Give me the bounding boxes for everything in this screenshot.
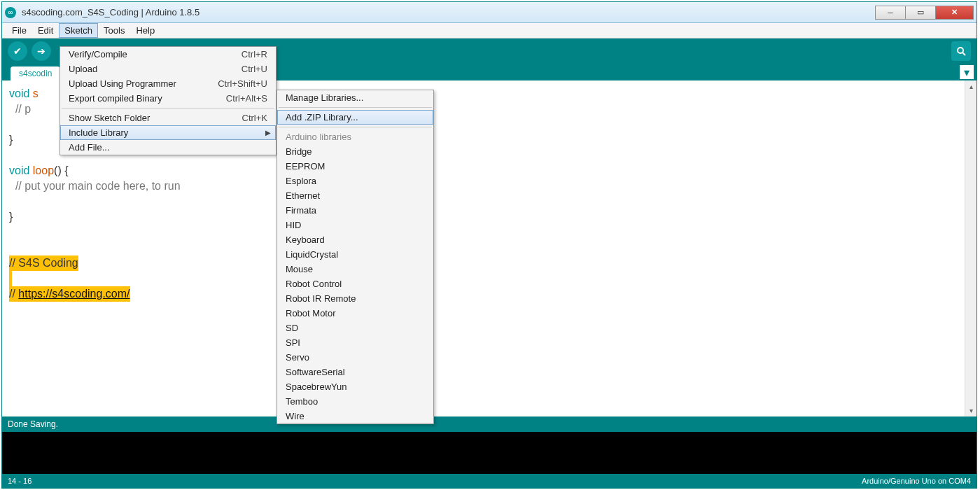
menu-library-bridge[interactable]: Bridge	[277, 144, 433, 159]
menu-library-ethernet[interactable]: Ethernet	[277, 188, 433, 203]
svg-point-0	[958, 48, 963, 53]
titlebar: s4scoding.com_S4S_Coding | Arduino 1.8.5…	[2, 2, 976, 23]
serial-monitor-icon	[955, 46, 967, 57]
window-title: s4scoding.com_S4S_Coding | Arduino 1.8.5	[22, 7, 876, 18]
menu-verify-compile[interactable]: Verify/CompileCtrl+R	[60, 47, 276, 62]
menu-library-robot-control[interactable]: Robot Control	[277, 276, 433, 291]
maximize-button[interactable]: ▭	[905, 6, 936, 20]
menu-library-esplora[interactable]: Esplora	[277, 174, 433, 188]
verify-button[interactable]: ✔	[8, 41, 27, 61]
serial-monitor-button[interactable]	[951, 41, 971, 61]
menu-export-binary[interactable]: Export compiled BinaryCtrl+Alt+S	[60, 91, 276, 106]
menu-help[interactable]: Help	[130, 23, 160, 38]
arduino-icon	[5, 7, 16, 18]
code-highlight: // S4S Coding	[9, 255, 78, 271]
menu-library-liquidcrystal[interactable]: LiquidCrystal	[277, 247, 433, 262]
sketch-tab[interactable]: s4scodin	[10, 66, 60, 80]
code-text: // put your main code here, to run	[9, 178, 969, 194]
minimize-button[interactable]: ─	[875, 6, 906, 20]
code-highlight: // https://s4scoding.com/	[9, 286, 130, 302]
status-message: Done Saving.	[2, 416, 976, 432]
menu-sketch[interactable]: Sketch	[59, 23, 98, 38]
window-controls: ─ ▭ ✕	[876, 6, 974, 20]
menu-library-spacebrewyun[interactable]: SpacebrewYun	[277, 379, 433, 394]
submenu-header: Arduino libraries	[277, 130, 433, 144]
menubar: File Edit Sketch Tools Help	[2, 23, 976, 38]
menu-library-mouse[interactable]: Mouse	[277, 262, 433, 276]
menu-file[interactable]: File	[6, 23, 32, 38]
console-output	[2, 432, 976, 474]
menu-library-firmata[interactable]: Firmata	[277, 203, 433, 218]
code-text	[9, 194, 969, 209]
menu-library-spi[interactable]: SPI	[277, 335, 433, 350]
board-port-label: Arduino/Genuino Uno on COM4	[862, 477, 971, 485]
menu-upload-using-programmer[interactable]: Upload Using ProgrammerCtrl+Shift+U	[60, 76, 276, 91]
menu-separator	[62, 108, 274, 108]
code-text: void	[9, 88, 33, 99]
menu-library-hid[interactable]: HID	[277, 218, 433, 232]
menu-tools[interactable]: Tools	[98, 23, 130, 38]
include-library-submenu: Manage Libraries... Add .ZIP Library... …	[276, 90, 434, 424]
menu-add-file[interactable]: Add File...	[60, 140, 276, 155]
code-link[interactable]: https://s4scoding.com/	[18, 288, 130, 300]
code-text: () {	[54, 164, 68, 176]
code-text: s	[33, 88, 38, 99]
menu-add-zip-library[interactable]: Add .ZIP Library...	[277, 110, 433, 125]
menu-library-temboo[interactable]: Temboo	[277, 394, 433, 409]
tab-menu-button[interactable]: ▾	[960, 65, 974, 79]
close-button[interactable]: ✕	[935, 6, 974, 20]
menu-include-library[interactable]: Include Library▶	[60, 125, 276, 140]
menu-manage-libraries[interactable]: Manage Libraries...	[277, 90, 433, 105]
submenu-arrow-icon: ▶	[265, 129, 271, 136]
status-bar: 14 - 16 Arduino/Genuino Uno on COM4	[2, 474, 976, 488]
menu-library-softwareserial[interactable]: SoftwareSerial	[277, 365, 433, 379]
code-text: //	[9, 288, 18, 300]
menu-edit[interactable]: Edit	[32, 23, 59, 38]
sketch-dropdown: Verify/CompileCtrl+R UploadCtrl+U Upload…	[59, 46, 276, 155]
menu-library-wire[interactable]: Wire	[277, 409, 433, 424]
menu-show-sketch-folder[interactable]: Show Sketch FolderCtrl+K	[60, 111, 276, 125]
editor-scrollbar[interactable]: ▴ ▾	[965, 80, 976, 416]
code-text: }	[9, 209, 969, 225]
menu-library-robot-ir-remote[interactable]: Robot IR Remote	[277, 291, 433, 306]
menu-library-servo[interactable]: Servo	[277, 350, 433, 365]
svg-line-1	[962, 52, 965, 55]
menu-library-eeprom[interactable]: EEPROM	[277, 159, 433, 174]
menu-upload[interactable]: UploadCtrl+U	[60, 62, 276, 76]
menu-separator	[279, 127, 432, 127]
menu-library-robot-motor[interactable]: Robot Motor	[277, 306, 433, 321]
cursor-position: 14 - 16	[8, 477, 31, 485]
code-text: loop	[33, 164, 54, 176]
scroll-down-icon[interactable]: ▾	[965, 405, 976, 416]
scroll-up-icon[interactable]: ▴	[965, 80, 976, 92]
code-text: void	[9, 164, 33, 176]
menu-separator	[279, 107, 432, 108]
upload-button[interactable]: ➔	[31, 41, 51, 61]
code-highlight	[9, 271, 12, 286]
menu-library-keyboard[interactable]: Keyboard	[277, 232, 433, 247]
menu-library-sd[interactable]: SD	[277, 321, 433, 335]
